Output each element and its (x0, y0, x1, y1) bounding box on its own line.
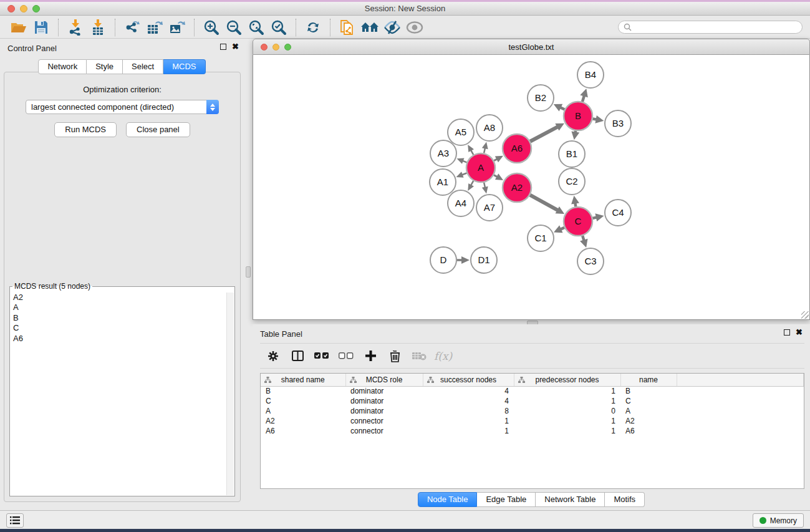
tab-network[interactable]: Network (38, 59, 87, 74)
task-history-button[interactable] (6, 513, 24, 528)
zoom-fit-icon[interactable] (245, 18, 268, 37)
export-table-icon[interactable] (143, 18, 166, 37)
result-list-item[interactable]: A2 (11, 293, 226, 302)
table-cell[interactable]: A (620, 406, 677, 416)
memory-button[interactable]: Memory (753, 513, 804, 528)
node-D1[interactable]: D1 (471, 247, 497, 273)
column-header-predecessor-nodes[interactable]: predecessor nodes (514, 374, 620, 386)
table-row[interactable]: Bdominator41B (261, 386, 804, 396)
delete-table-icon[interactable] (410, 347, 428, 365)
node-A6[interactable]: A6 (503, 134, 531, 163)
table-cell[interactable]: B (620, 386, 677, 396)
table-cell[interactable]: C (620, 396, 677, 406)
node-D[interactable]: D (430, 247, 456, 273)
zoom-network-button[interactable] (284, 44, 291, 51)
tab-motifs[interactable]: Motifs (605, 492, 645, 507)
table-cell[interactable]: 1 (423, 426, 514, 436)
deselect-all-columns-icon[interactable] (337, 347, 355, 365)
table-cell[interactable]: A2 (620, 416, 677, 426)
close-panel-button[interactable]: Close panel (126, 122, 190, 137)
table-cell[interactable]: 1 (423, 416, 514, 426)
node-A2[interactable]: A2 (503, 173, 531, 202)
network-graph[interactable]: B4B2BB3A8A5A6B1A3AA1C2A2A4A7C4CC1C3DD1 (253, 55, 809, 319)
edge-A6-B[interactable] (530, 127, 558, 142)
table-cell[interactable]: dominator (345, 386, 423, 396)
node-B1[interactable]: B1 (559, 141, 585, 167)
zoom-selected-icon[interactable] (268, 18, 290, 37)
tab-select[interactable]: Select (123, 59, 163, 74)
edge-A2-C[interactable] (530, 195, 558, 211)
table-cell[interactable]: 1 (514, 386, 620, 396)
result-list-item[interactable]: A (11, 302, 226, 312)
settings-icon[interactable] (264, 347, 282, 365)
float-table-panel-icon[interactable] (784, 329, 790, 336)
node-A1[interactable]: A1 (430, 169, 456, 195)
mcds-result-list[interactable]: A2ABCA6 (11, 293, 226, 495)
tab-mcds[interactable]: MCDS (163, 59, 205, 74)
import-table-icon[interactable] (87, 18, 109, 37)
zoom-out-icon[interactable] (223, 18, 245, 37)
node-B2[interactable]: B2 (528, 85, 554, 111)
close-table-panel-icon[interactable]: ✖ (796, 329, 803, 336)
node-B[interactable]: B (564, 102, 592, 130)
table-cell[interactable]: 8 (423, 406, 514, 416)
node-C3[interactable]: C3 (577, 248, 604, 274)
table-cell[interactable]: C (261, 396, 345, 406)
node-B3[interactable]: B3 (605, 110, 631, 137)
column-header-successor-nodes[interactable]: successor nodes (423, 374, 514, 386)
refresh-network-icon[interactable] (302, 18, 324, 37)
vertical-splitter-handle[interactable] (246, 266, 251, 278)
tab-node-table[interactable]: Node Table (418, 492, 478, 507)
open-session-icon[interactable] (7, 18, 30, 37)
function-builder-icon[interactable]: f(x) (434, 350, 452, 362)
table-cell[interactable]: 1 (514, 426, 620, 436)
result-list-item[interactable]: B (11, 313, 226, 323)
import-network-icon[interactable] (64, 18, 87, 37)
node-B4[interactable]: B4 (577, 62, 604, 88)
result-list-item[interactable]: C (11, 323, 226, 333)
show-all-networks-icon[interactable] (359, 18, 381, 37)
search-input[interactable] (634, 23, 797, 32)
minimize-network-button[interactable] (272, 44, 279, 51)
column-header-name[interactable]: name (620, 374, 677, 386)
table-row[interactable]: Cdominator41C (261, 396, 804, 406)
zoom-in-icon[interactable] (200, 18, 223, 37)
node-table[interactable]: shared nameMCDS rolesuccessor nodesprede… (261, 374, 804, 436)
result-list-item[interactable]: A6 (11, 334, 226, 344)
save-session-icon[interactable] (30, 18, 52, 37)
zoom-window-button[interactable] (32, 5, 40, 12)
node-A3[interactable]: A3 (430, 140, 456, 167)
table-row[interactable]: A6connector11A6 (261, 426, 804, 436)
minimize-window-button[interactable] (20, 5, 27, 12)
node-C4[interactable]: C4 (605, 200, 631, 226)
delete-columns-icon[interactable] (385, 347, 404, 365)
tab-style[interactable]: Style (87, 59, 123, 74)
export-network-icon[interactable] (121, 18, 143, 37)
table-row[interactable]: A2connector11A2 (261, 416, 804, 426)
node-A4[interactable]: A4 (448, 190, 474, 216)
run-mcds-button[interactable]: Run MCDS (54, 122, 117, 137)
table-cell[interactable]: A6 (620, 426, 677, 436)
table-cell[interactable]: A (261, 406, 345, 416)
search-box[interactable] (618, 21, 803, 34)
tab-edge-table[interactable]: Edge Table (477, 492, 536, 507)
network-window-titlebar[interactable]: testGlobe.txt (253, 39, 810, 55)
close-panel-icon[interactable]: ✖ (232, 44, 239, 50)
clone-network-icon[interactable] (336, 18, 359, 37)
split-panel-icon[interactable] (288, 347, 307, 365)
float-panel-icon[interactable] (220, 44, 226, 50)
column-header-shared-name[interactable]: shared name (261, 374, 345, 386)
node-A7[interactable]: A7 (476, 195, 503, 221)
edge-B-B4[interactable] (582, 95, 584, 102)
table-row[interactable]: Adominator80A (261, 406, 804, 416)
node-A[interactable]: A (466, 153, 495, 182)
node-C2[interactable]: C2 (559, 168, 585, 195)
table-cell[interactable]: dominator (345, 406, 423, 416)
node-A5[interactable]: A5 (448, 119, 474, 145)
close-network-button[interactable] (261, 44, 268, 51)
node-A8[interactable]: A8 (476, 115, 503, 141)
export-image-icon[interactable] (166, 18, 188, 37)
optimization-criterion-select[interactable]: largest connected component (directed) (26, 100, 219, 114)
column-header-MCDS-role[interactable]: MCDS role (345, 374, 423, 386)
resize-grip-icon[interactable] (801, 311, 809, 319)
